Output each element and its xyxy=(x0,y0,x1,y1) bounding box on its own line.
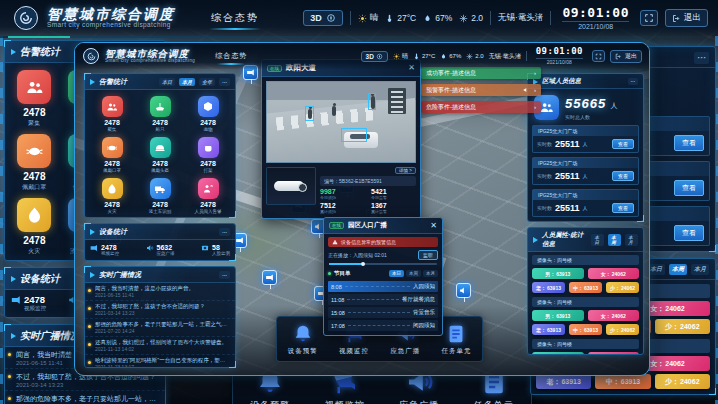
chip-middle[interactable]: 中：63913 xyxy=(569,324,602,335)
camera-detail-button[interactable]: 详情 > xyxy=(395,167,416,174)
chip-young[interactable]: 少：24062 xyxy=(655,319,710,334)
device-stat-speaker[interactable]: 5632 应急广播 xyxy=(146,244,175,256)
fullscreen-button[interactable] xyxy=(592,50,605,62)
view-button[interactable]: 查看 xyxy=(612,139,634,149)
chip-male[interactable]: 男：63913 xyxy=(532,352,584,355)
boat-icon xyxy=(150,96,171,117)
tab-week[interactable]: 本周 xyxy=(608,234,621,246)
listen-button[interactable]: 监听 xyxy=(418,250,438,260)
more-menu[interactable]: ··· xyxy=(628,78,639,85)
chip-middle[interactable]: 中：63913 xyxy=(569,282,602,293)
broadcast-log-item[interactable]: 哈利波特里的“阿尼玛格斯”一台自己变形的程序，塑于… 2021-11-23 13… xyxy=(85,355,235,367)
toast-danger[interactable]: 危险事件-描述信息› xyxy=(421,101,541,113)
chip-young[interactable]: 少：24062 xyxy=(606,324,639,335)
view-button[interactable]: 查看 xyxy=(612,203,634,213)
tab-month[interactable]: 本月 xyxy=(423,270,438,277)
chip-middle[interactable]: 中：63913 xyxy=(595,374,650,389)
broadcast-log-item[interactable]: 不过，我却犯了愁，这孩子合不合适的问题？ 2021-03-14 13:23 xyxy=(85,301,235,319)
tab-week[interactable]: 本周 xyxy=(669,264,687,275)
dashboard-window[interactable]: 智慧城市综合调度 Smart city comprehensive dispat… xyxy=(74,42,650,376)
device-stat-value: 5632 xyxy=(157,244,175,251)
view-button[interactable]: 查看 xyxy=(612,171,634,181)
speaker-marker[interactable] xyxy=(456,283,471,298)
view-button[interactable]: 查看 xyxy=(674,180,704,196)
fist-icon xyxy=(198,137,219,158)
device-stat-cctv[interactable]: 2478 视频监控 xyxy=(90,244,119,256)
alarm-tile-fire[interactable]: 2478 火灾 xyxy=(88,178,136,214)
more-menu[interactable]: ··· xyxy=(219,78,230,86)
exit-button[interactable]: 退出 xyxy=(610,50,642,63)
alarm-tile-helmet[interactable]: 2478 佩戴头盔 xyxy=(136,137,184,173)
mode-3d-toggle[interactable]: 3D xyxy=(361,51,388,62)
device-stats-panel: 设备统计 ··· 2478 视频监控 5632 应急广播 xyxy=(84,223,236,261)
dock-device-alert-button[interactable]: 设备预警 xyxy=(288,323,318,356)
person-group-camera: 摄像头：四号楼 xyxy=(532,255,639,265)
tab-week[interactable]: 本周 xyxy=(406,270,421,277)
video-feed[interactable] xyxy=(266,81,416,163)
app-brand: 智慧城市综合调度 Smart city comprehensive dispat… xyxy=(47,7,175,29)
alarm-tile-throwing[interactable]: 2478 抛物 xyxy=(184,96,232,132)
alarm-tile-fire[interactable]: 2478 火灾 xyxy=(9,198,60,256)
alarm-tile-mask[interactable]: 2478 佩戴口罩 xyxy=(88,137,136,173)
view-button[interactable]: 查看 xyxy=(674,225,704,241)
toast-warning[interactable]: 预警事件-描述信息 › xyxy=(421,84,541,96)
region-card-unit: 人 xyxy=(583,205,588,211)
chip-female[interactable]: 女：24062 xyxy=(588,310,640,321)
camera-marker[interactable] xyxy=(262,270,277,285)
alarm-tile-truck[interactable]: 2478 渣土车识别 xyxy=(136,178,184,214)
title-arrow-icon xyxy=(11,49,16,55)
more-menu[interactable]: ··· xyxy=(694,52,709,64)
tab-overview[interactable]: 综合态势 xyxy=(209,49,253,63)
alarm-tile-fight[interactable]: 2478 打架 xyxy=(184,137,232,173)
device-stat-cctv[interactable]: 2478 视频监控 xyxy=(11,295,46,312)
device-stat-face[interactable]: 58 人脸监测 xyxy=(201,244,230,256)
playback-progress-bar[interactable] xyxy=(329,263,437,265)
chip-female[interactable]: 女：24062 xyxy=(588,268,640,279)
chip-young[interactable]: 少：24062 xyxy=(606,282,639,293)
more-menu[interactable]: ··· xyxy=(219,271,230,279)
tab-overview[interactable]: 综合态势 xyxy=(201,8,269,28)
view-button[interactable]: 查看 xyxy=(674,135,704,151)
close-icon[interactable]: ✕ xyxy=(430,222,437,230)
alarm-tile-boat[interactable]: 2478 船只 xyxy=(136,96,184,132)
exit-button[interactable]: 退出 xyxy=(665,9,708,27)
snowflake-icon xyxy=(459,14,468,23)
tab-today[interactable]: 本日 xyxy=(591,234,604,246)
tab-today[interactable]: 本日 xyxy=(159,78,175,86)
top-bar-status: 3D 晴 27°C 67% 2.0 无锡·鼋头渚 xyxy=(303,6,708,30)
exit-label: 退出 xyxy=(684,12,701,24)
schedule-row[interactable]: 15:08 背景音乐 xyxy=(328,307,438,318)
dock-task-unit-button[interactable]: 任务单元 xyxy=(441,323,471,356)
schedule-row[interactable]: 11:08 餐厅就餐消息 xyxy=(328,294,438,305)
chip-male[interactable]: 男：63913 xyxy=(532,310,584,321)
alarm-tile-crowd[interactable]: 2478 聚集 xyxy=(9,70,60,128)
schedule-row[interactable]: 8:08 入园须知 xyxy=(328,281,438,292)
chip-old[interactable]: 老：63913 xyxy=(532,282,565,293)
tab-today[interactable]: 本日 xyxy=(389,270,404,277)
tab-month[interactable]: 本月 xyxy=(625,234,638,246)
alert-banner[interactable]: 设备信息异常的预警信息 xyxy=(328,237,438,247)
schedule-row[interactable]: 17:08 闭园须知 xyxy=(328,320,438,331)
mode-3d-toggle[interactable]: 3D xyxy=(303,10,343,26)
exit-icon xyxy=(672,14,681,23)
chip-old[interactable]: 老：63913 xyxy=(536,374,591,389)
broadcast-log-item[interactable]: 还真别说，我幻想过，怪别问谁了思布个大设警键盘。 2021-11-13 14:0… xyxy=(85,337,235,355)
chip-old[interactable]: 老：63913 xyxy=(532,324,565,335)
chip-young[interactable]: 少：24062 xyxy=(655,374,710,389)
more-menu[interactable]: ··· xyxy=(219,228,230,236)
broadcast-log-item[interactable]: 那强的危险事不多，老子只要站那儿一站，王霸之气… 2021-07-20 14:2… xyxy=(5,391,165,404)
alarm-tile-intrusion[interactable]: 2478 人员闯入告警 xyxy=(184,178,232,214)
tab-month[interactable]: 本月 xyxy=(179,78,195,86)
status-dot-icon xyxy=(328,272,331,275)
bullet-dot-icon xyxy=(88,343,91,346)
tab-year[interactable]: 全年 xyxy=(199,78,215,86)
alarm-tile-mask[interactable]: 2478 佩戴口罩 xyxy=(9,134,60,192)
alarm-tile-crowd[interactable]: 2478 聚集 xyxy=(88,96,136,132)
broadcast-log-item[interactable]: 闻言，我当时清楚，这是小屁孩的声音。 2021-06-15 11:41 xyxy=(85,283,235,301)
chip-male[interactable]: 男：63913 xyxy=(532,268,584,279)
fullscreen-icon xyxy=(644,13,654,23)
fullscreen-button[interactable] xyxy=(640,10,658,26)
tab-month[interactable]: 本月 xyxy=(691,264,709,275)
broadcast-log-item[interactable]: 那强的危险事不多，老子只要站那儿一站，王霸之气… 2021-07-20 14:2… xyxy=(85,319,235,337)
chip-female[interactable]: 女：24062 xyxy=(588,352,640,355)
